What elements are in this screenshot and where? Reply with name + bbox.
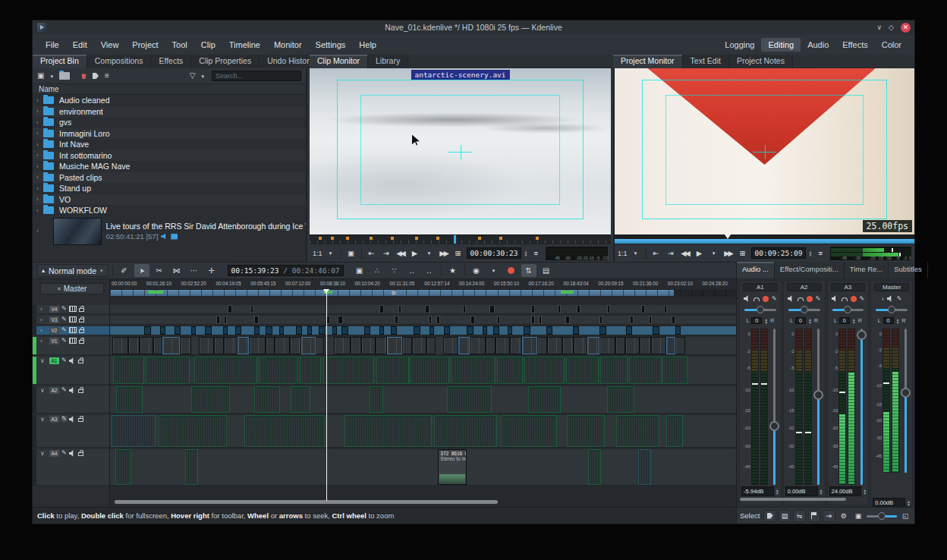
timeline-clip[interactable] <box>567 415 605 447</box>
timeline-horizontal-scrollbar[interactable] <box>115 500 498 504</box>
marker[interactable] <box>346 237 349 240</box>
timecode-spinner[interactable]: ▲▼ <box>524 250 527 256</box>
track-name-badge[interactable]: A3 <box>49 416 59 423</box>
effects-icon[interactable]: ✎ <box>860 296 865 302</box>
balance-spinner[interactable]: ▲▼ <box>764 318 768 324</box>
db-spinner[interactable]: ▲▼ <box>863 489 867 495</box>
timeline-clip[interactable] <box>224 337 238 354</box>
rewind-icon[interactable]: ◀◀ <box>395 247 407 260</box>
search-input[interactable] <box>212 71 301 81</box>
tags-icon[interactable] <box>93 73 99 79</box>
balance-spinner[interactable]: ▲▼ <box>896 318 900 324</box>
timeline-clip[interactable] <box>531 305 535 313</box>
bin-clip-row[interactable]: ›Live tours of the RRS Sir David Attenbo… <box>33 216 306 247</box>
dropdown-icon[interactable]: ▾ <box>50 74 53 79</box>
timeline-clip[interactable] <box>332 326 338 335</box>
timeline-clip[interactable] <box>539 316 542 324</box>
timeline-clip[interactable] <box>191 326 196 335</box>
rewind-icon[interactable]: ◀◀ <box>679 247 691 260</box>
timeline-clip[interactable] <box>640 337 651 354</box>
timeline-clip[interactable]: 372_8616_0Stereo to m <box>438 449 467 485</box>
db-value[interactable]: 24.00dB <box>829 486 862 496</box>
track-header-a2[interactable]: ∨A2✎ <box>33 386 109 414</box>
timeline-clip[interactable] <box>577 305 581 313</box>
timeline-clip[interactable] <box>316 337 325 354</box>
track-name-badge[interactable]: A4 <box>49 450 59 457</box>
timeline-clip[interactable] <box>629 357 662 384</box>
pair-icon[interactable]: ‥ <box>422 264 437 277</box>
timeline-clip[interactable] <box>414 326 420 335</box>
mixer-scrollbar[interactable] <box>740 498 846 501</box>
pan-knob[interactable] <box>801 306 808 313</box>
zoom-slider[interactable] <box>867 512 897 520</box>
filter-icon[interactable]: ▽ <box>190 72 196 80</box>
workspace-color[interactable]: Color <box>875 38 908 52</box>
lock-icon[interactable] <box>79 329 84 333</box>
effects-icon[interactable]: ✎ <box>816 296 821 302</box>
timeline-clip[interactable] <box>574 337 587 354</box>
track-lane-a1[interactable] <box>110 357 736 385</box>
timeline-clip[interactable] <box>600 357 628 384</box>
monitor-menu-icon[interactable]: ≡ <box>814 247 826 260</box>
timeline-clip[interactable] <box>146 357 190 384</box>
timeline-clip[interactable] <box>524 357 565 384</box>
timeline-clip[interactable] <box>641 305 646 313</box>
track-effects-icon[interactable]: ✎ <box>61 306 67 312</box>
balance-value[interactable]: 0 <box>751 317 762 324</box>
lock-icon[interactable] <box>78 452 83 456</box>
timeline-clip[interactable] <box>250 305 253 313</box>
track-lane-v4[interactable] <box>110 305 736 314</box>
timeline-clip[interactable] <box>599 326 606 335</box>
pair-icon[interactable]: ‥ <box>404 264 420 277</box>
video-track-icon[interactable] <box>69 338 77 344</box>
timeline-clip[interactable] <box>235 326 241 335</box>
workspace-effects[interactable]: Effects <box>835 38 874 52</box>
lock-icon[interactable] <box>78 360 83 363</box>
tab-project-notes[interactable]: Project Notes <box>729 55 793 68</box>
collapse-icon[interactable]: › <box>882 295 884 303</box>
tab-project-bin[interactable]: Project Bin <box>33 55 87 68</box>
effects-icon[interactable]: ✎ <box>897 296 902 302</box>
timeline-clip[interactable] <box>599 337 615 354</box>
timeline-clip[interactable] <box>638 449 651 485</box>
timeline-clip[interactable] <box>607 305 610 313</box>
slip-tool-icon[interactable]: ✛ <box>204 264 219 277</box>
save-icon[interactable]: ▤ <box>779 510 791 522</box>
zone-mode-icon[interactable]: ⊞ <box>737 247 749 260</box>
timeline-clip[interactable] <box>180 337 191 354</box>
clip-monitor-seekbar[interactable] <box>310 234 611 244</box>
timeline-clip[interactable] <box>547 337 563 354</box>
forward-icon[interactable]: ▶▶ <box>438 247 450 260</box>
timeline-clip[interactable] <box>223 326 228 335</box>
timeline-clip[interactable] <box>301 337 315 354</box>
bin-folder-row[interactable]: ›Immagini Loro <box>33 128 306 140</box>
pan-slider[interactable] <box>876 306 908 313</box>
shade-icon[interactable]: ∨ <box>876 24 882 31</box>
project-monitor-seekbar[interactable] <box>615 234 914 244</box>
chevron-down-icon[interactable]: ▾ <box>325 247 337 260</box>
more-tools-icon[interactable]: ⋯ <box>187 264 202 277</box>
timeline-clip[interactable] <box>651 337 666 354</box>
timeline-clip[interactable] <box>254 386 281 413</box>
timeline-clip[interactable] <box>249 337 265 354</box>
target-track-indicator[interactable] <box>33 386 36 413</box>
timeline-clip[interactable] <box>562 337 574 354</box>
timeline-clip[interactable] <box>279 326 285 335</box>
timeline-playhead[interactable] <box>326 289 327 501</box>
timeline-clip[interactable] <box>185 449 198 485</box>
timeline-clip[interactable] <box>429 316 432 324</box>
timeline-clip[interactable] <box>531 316 535 324</box>
timeline-clip[interactable] <box>436 316 440 324</box>
chevron-right-icon[interactable]: › <box>36 185 43 192</box>
timeline-clip[interactable] <box>116 386 143 413</box>
timeline-clip[interactable] <box>361 337 376 354</box>
target-track-indicator[interactable] <box>33 316 36 324</box>
tag-icon[interactable] <box>763 510 776 522</box>
timeline-clip[interactable] <box>470 316 475 324</box>
workspace-audio[interactable]: Audio <box>801 38 835 52</box>
marker[interactable] <box>370 237 373 240</box>
timeline-clip[interactable] <box>338 316 343 324</box>
timeline-zone-bar[interactable] <box>110 289 736 297</box>
timeline-clip[interactable] <box>443 337 458 354</box>
timeline-clip[interactable] <box>429 326 435 335</box>
